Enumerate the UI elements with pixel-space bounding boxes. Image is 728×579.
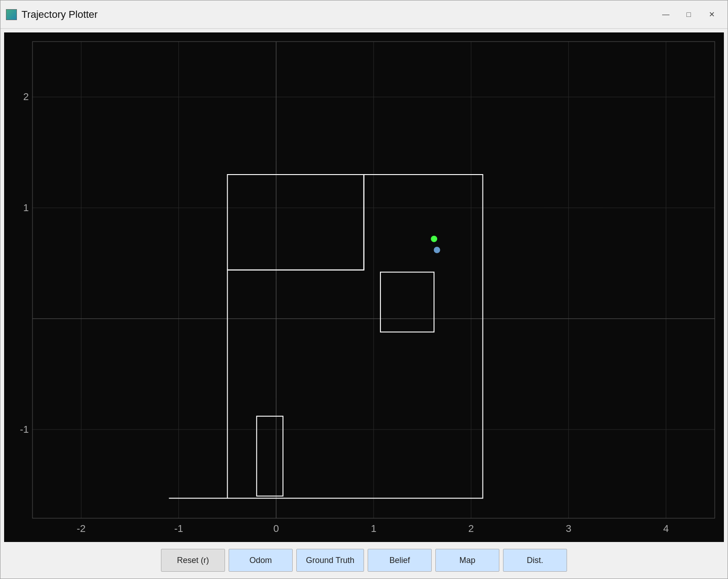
map-button[interactable]: Map <box>435 549 499 572</box>
dist-button[interactable]: Dist. <box>503 549 567 572</box>
title-bar: Trajectory Plotter — □ ✕ <box>0 0 728 29</box>
window-controls: — □ ✕ <box>655 6 722 23</box>
app-icon <box>6 9 17 20</box>
window-title: Trajectory Plotter <box>21 9 655 21</box>
reset-button[interactable]: Reset (r) <box>161 549 225 572</box>
button-bar: Reset (r) Odom Ground Truth Belief Map D… <box>0 542 728 579</box>
minimize-button[interactable]: — <box>655 6 676 23</box>
main-window: Trajectory Plotter — □ ✕ Reset (r) Odom … <box>0 0 728 579</box>
belief-button[interactable]: Belief <box>368 549 432 572</box>
ground-truth-button[interactable]: Ground Truth <box>296 549 364 572</box>
close-button[interactable]: ✕ <box>701 6 722 23</box>
trajectory-canvas <box>4 32 724 542</box>
odom-button[interactable]: Odom <box>229 549 293 572</box>
maximize-button[interactable]: □ <box>678 6 699 23</box>
plot-area <box>4 32 724 542</box>
